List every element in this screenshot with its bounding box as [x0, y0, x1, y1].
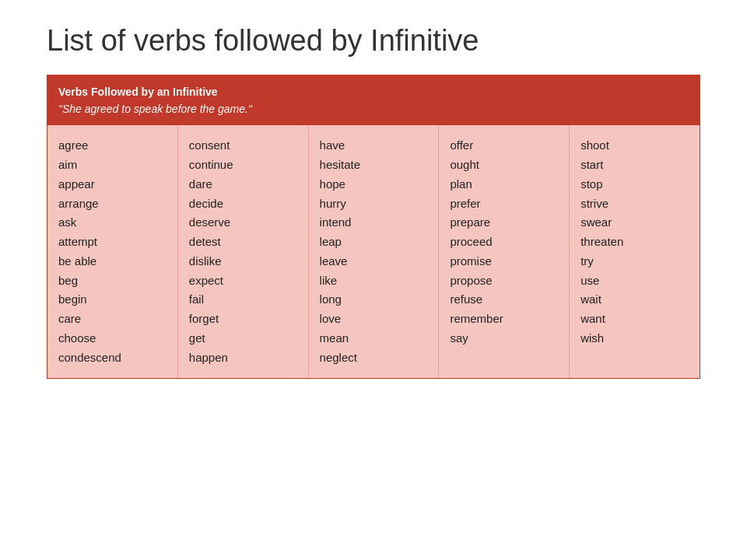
list-item: appear — [58, 175, 167, 194]
list-item: care — [58, 310, 167, 329]
table-col-4: offeroughtplanpreferprepareproceedpromis… — [439, 125, 570, 378]
list-item: proceed — [450, 233, 558, 252]
list-item: long — [320, 290, 428, 310]
table-header: Verbs Followed by an Infinitive "She agr… — [47, 75, 700, 126]
list-item: threaten — [580, 233, 689, 252]
list-item: decide — [189, 194, 297, 214]
list-item: love — [320, 310, 428, 329]
list-item: fail — [189, 290, 297, 310]
list-item: wish — [580, 329, 689, 348]
list-item: have — [320, 136, 428, 156]
list-item: hope — [320, 175, 428, 194]
list-item: leap — [320, 233, 428, 252]
list-item: plan — [450, 175, 558, 194]
list-item: arrange — [58, 194, 167, 214]
list-item: neglect — [320, 348, 428, 368]
list-item: ask — [58, 213, 167, 233]
table-body: agreeaimappeararrangeaskattemptbe ablebe… — [47, 125, 700, 378]
list-item: consent — [189, 136, 297, 156]
list-item: offer — [450, 136, 558, 156]
list-item: start — [580, 156, 689, 175]
list-item: like — [320, 271, 428, 291]
list-item: dislike — [189, 252, 297, 271]
list-item: get — [189, 329, 297, 348]
list-item: try — [580, 252, 689, 271]
list-item: prefer — [450, 194, 558, 214]
list-item: attempt — [58, 233, 167, 252]
list-item: dare — [189, 175, 297, 194]
list-item: remember — [450, 310, 558, 329]
list-item: happen — [189, 348, 297, 368]
list-item: hurry — [320, 194, 428, 214]
verbs-table: Verbs Followed by an Infinitive "She agr… — [47, 75, 700, 380]
table-header-line1: Verbs Followed by an Infinitive — [58, 83, 689, 100]
list-item: intend — [320, 213, 428, 233]
list-item: expect — [189, 271, 297, 291]
list-item: prepare — [450, 213, 558, 233]
list-item: say — [450, 329, 558, 348]
list-item: detest — [189, 233, 297, 252]
table-col-5: shootstartstopstriveswearthreatentryusew… — [570, 125, 700, 378]
list-item: agree — [58, 136, 167, 156]
table-col-1: agreeaimappeararrangeaskattemptbe ablebe… — [47, 125, 178, 378]
table-col-2: consentcontinuedaredecidedeservedetestdi… — [178, 125, 309, 378]
list-item: mean — [320, 329, 428, 348]
list-item: leave — [320, 252, 428, 271]
list-item: forget — [189, 310, 297, 329]
list-item: refuse — [450, 290, 558, 310]
table-col-3: havehesitatehopehurryintendleapleavelike… — [309, 125, 440, 378]
list-item: ought — [450, 156, 558, 175]
page: List of verbs followed by Infinitive Ver… — [0, 0, 747, 560]
list-item: hesitate — [320, 156, 428, 175]
list-item: promise — [450, 252, 558, 271]
list-item: swear — [580, 213, 689, 233]
list-item: aim — [58, 156, 167, 175]
list-item: begin — [58, 290, 167, 310]
list-item: choose — [58, 329, 167, 348]
list-item: strive — [580, 194, 689, 214]
list-item: beg — [58, 271, 167, 291]
page-title: List of verbs followed by Infinitive — [47, 23, 700, 59]
list-item: deserve — [189, 213, 297, 233]
list-item: want — [580, 310, 689, 329]
list-item: shoot — [580, 136, 689, 156]
list-item: be able — [58, 252, 167, 271]
list-item: stop — [580, 175, 689, 194]
list-item: use — [580, 271, 689, 291]
list-item: propose — [450, 271, 558, 291]
list-item: condescend — [58, 348, 167, 368]
table-header-line2: "She agreed to speak before the game." — [58, 100, 689, 117]
list-item: wait — [580, 290, 689, 310]
list-item: continue — [189, 156, 297, 175]
